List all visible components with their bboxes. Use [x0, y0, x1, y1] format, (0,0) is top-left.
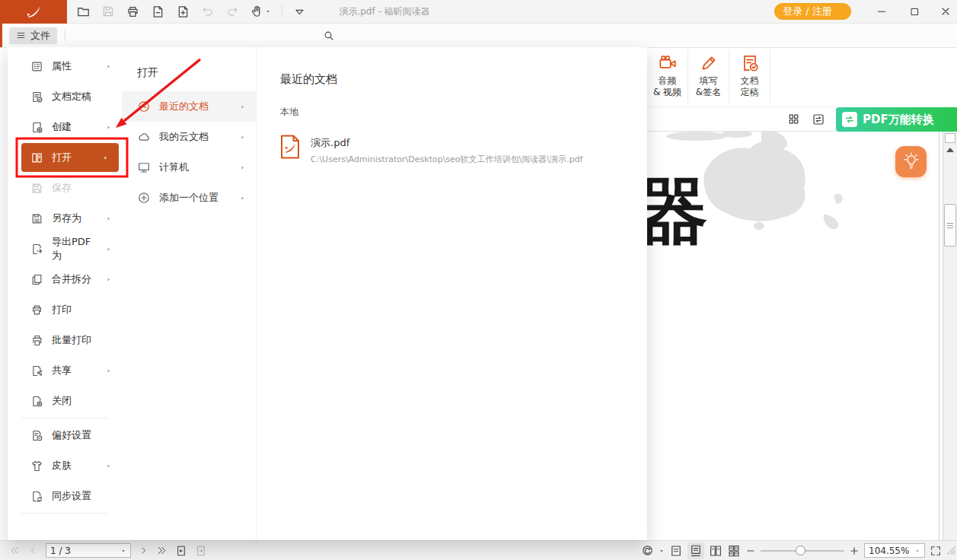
- caret-down-icon: [120, 548, 126, 554]
- auto-scroll-icon[interactable]: [641, 544, 654, 557]
- continuous-view-icon: [689, 544, 703, 558]
- scrollbar-thumb[interactable]: [944, 204, 956, 247]
- file-menu-item[interactable]: 另存为: [8, 203, 122, 234]
- menu-item-label: 批量打印: [52, 333, 91, 347]
- open-location-item[interactable]: 最近的文档: [122, 91, 256, 122]
- closedoc-icon: [30, 395, 43, 408]
- file-menu-item[interactable]: 导出PDF为: [8, 234, 122, 264]
- zoom-level-input[interactable]: 104.55%: [864, 543, 925, 558]
- facing-view-icon[interactable]: [709, 544, 723, 558]
- file-menu-item[interactable]: 皮肤: [8, 450, 122, 481]
- previous-page-icon: [28, 546, 38, 555]
- recent-file-name: 演示.pdf: [311, 136, 582, 150]
- open-location-item[interactable]: 添加一个位置: [122, 183, 256, 213]
- file-backstage-panel: 属性 文档定稿 创建 打开 保存: [8, 47, 647, 540]
- submenu-arrow-icon: [105, 124, 112, 131]
- submenu-arrow-icon: [102, 154, 109, 161]
- ribbon-group-label: 文档: [729, 75, 770, 87]
- pdf-file-icon: [280, 135, 300, 159]
- search-icon[interactable]: [323, 30, 335, 42]
- title-bar: 演示.pdf - 福昕阅读器 登录 / 注册: [0, 0, 957, 24]
- print-icon: [30, 304, 43, 317]
- minimize-button[interactable]: [872, 2, 892, 21]
- open-panel-title: 打开: [137, 66, 256, 80]
- ribbon-group-label: 定稿: [729, 87, 770, 98]
- file-menu-item[interactable]: 打开: [21, 143, 119, 172]
- file-menu-item[interactable]: 批量打印: [8, 325, 122, 355]
- insert-page-icon[interactable]: [176, 5, 190, 19]
- zoom-slider[interactable]: [761, 550, 844, 552]
- file-menu-item[interactable]: 关闭: [8, 386, 122, 416]
- delete-page-icon[interactable]: [151, 5, 165, 19]
- file-menu-item[interactable]: 创建: [8, 112, 122, 142]
- menu-item-label: 导出PDF为: [52, 235, 97, 262]
- fullscreen-icon[interactable]: [930, 545, 942, 557]
- file-menu-item[interactable]: 共享: [8, 355, 122, 386]
- recent-documents-view: 最近的文档 本地 演示.pdf C:\Users\Administrator\D…: [257, 47, 647, 540]
- finalize-icon: [740, 53, 760, 73]
- login-register-button[interactable]: 登录 / 注册: [774, 3, 851, 20]
- close-button[interactable]: [936, 2, 955, 21]
- submenu-arrow-icon: [105, 215, 112, 222]
- submenu-arrow-icon: [239, 164, 246, 171]
- page-number-input[interactable]: 1 / 3: [46, 543, 131, 558]
- page-indicator: 1 / 3: [50, 546, 71, 556]
- recent-file-item[interactable]: 演示.pdf C:\Users\Administrator\Desktop\se…: [280, 135, 647, 165]
- single-page-view-icon[interactable]: [669, 544, 683, 558]
- tips-bulb-button[interactable]: [895, 146, 927, 177]
- location-label: 计算机: [159, 161, 189, 174]
- submenu-arrow-icon: [105, 368, 112, 374]
- submenu-arrow-icon: [239, 103, 246, 110]
- ribbon-group-button[interactable]: 音频 & 视频: [647, 50, 688, 103]
- maximize-button[interactable]: [904, 2, 924, 21]
- chevron-down-icon: [837, 8, 843, 14]
- file-menu-item[interactable]: 属性: [8, 51, 122, 81]
- vertical-scrollbar[interactable]: [943, 132, 957, 540]
- open-location-item[interactable]: 计算机: [122, 152, 256, 183]
- last-page-icon[interactable]: [156, 545, 167, 556]
- finalize-icon: [30, 91, 43, 103]
- thumbnail-grid-icon[interactable]: [787, 113, 800, 126]
- menu-item-label: 打开: [52, 151, 72, 164]
- ribbon-group-label: &签名: [688, 87, 729, 98]
- scroll-up-arrow-icon[interactable]: [946, 148, 954, 152]
- next-page-icon[interactable]: [139, 546, 148, 555]
- file-menu-item[interactable]: 保存: [8, 173, 122, 203]
- file-menu-item[interactable]: 打印: [8, 294, 122, 325]
- zoom-slider-knob[interactable]: [796, 546, 805, 555]
- file-menu-item[interactable]: 合并拆分: [8, 264, 122, 294]
- zoom-out-icon[interactable]: [745, 546, 756, 556]
- location-label: 我的云文档: [159, 130, 209, 144]
- foxit-logo-icon: [25, 4, 42, 21]
- app-logo[interactable]: [0, 0, 67, 24]
- print-icon[interactable]: [126, 5, 140, 19]
- properties-icon: [30, 60, 43, 73]
- pdf-convert-button[interactable]: PDF万能转换: [836, 107, 957, 132]
- previous-view-icon[interactable]: [175, 545, 187, 557]
- open-file-icon[interactable]: [76, 5, 91, 19]
- file-menu-item[interactable]: 同步设置: [8, 481, 122, 511]
- file-menu-label: 文件: [30, 29, 50, 43]
- ribbon-group-button[interactable]: 文档 定稿: [729, 50, 770, 103]
- convert-tools-icon[interactable]: [812, 113, 825, 126]
- file-menu-item[interactable]: 文档定稿: [8, 81, 122, 112]
- resize-grip-icon[interactable]: [946, 546, 956, 555]
- export-icon: [30, 243, 43, 256]
- ribbon-group-label: 音频: [647, 75, 687, 87]
- continuous-view-button[interactable]: [687, 542, 704, 559]
- location-label: 最近的文档: [159, 100, 209, 113]
- facing-continuous-view-icon[interactable]: [727, 544, 741, 558]
- file-menu-button[interactable]: 文件: [9, 27, 57, 44]
- caret-down-icon[interactable]: [659, 548, 665, 554]
- file-menu-item[interactable]: 偏好设置: [8, 420, 122, 450]
- prefs-icon: [30, 429, 43, 442]
- merge-icon: [30, 273, 43, 286]
- ribbon-group-button[interactable]: 填写 &签名: [688, 50, 729, 103]
- undo-icon: [201, 5, 215, 18]
- open-location-item[interactable]: 我的云文档: [122, 122, 256, 152]
- menu-item-label: 皮肤: [52, 459, 72, 473]
- recent-documents-title: 最近的文档: [280, 72, 647, 87]
- ribbon-group-label: & 视频: [647, 87, 687, 98]
- zoom-in-icon[interactable]: [849, 546, 860, 556]
- submenu-arrow-icon: [105, 246, 112, 253]
